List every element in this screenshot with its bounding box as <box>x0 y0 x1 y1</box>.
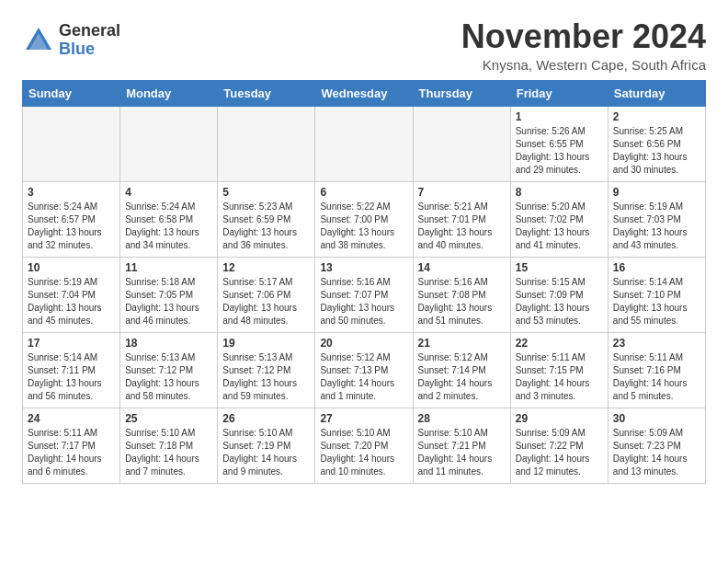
calendar-cell: 8Sunrise: 5:20 AMSunset: 7:02 PMDaylight… <box>510 181 608 257</box>
day-info: Sunrise: 5:19 AMSunset: 7:03 PMDaylight:… <box>613 201 700 252</box>
day-info: Sunrise: 5:10 AMSunset: 7:19 PMDaylight:… <box>222 427 310 478</box>
calendar-cell: 1Sunrise: 5:26 AMSunset: 6:55 PMDaylight… <box>510 106 608 181</box>
day-info: Sunrise: 5:17 AMSunset: 7:06 PMDaylight:… <box>222 276 310 327</box>
day-number: 29 <box>516 412 603 425</box>
day-number: 18 <box>125 337 212 350</box>
logo-general-text: General <box>59 22 120 40</box>
calendar-week-2: 3Sunrise: 5:24 AMSunset: 6:57 PMDaylight… <box>23 181 706 257</box>
day-number: 8 <box>516 186 603 199</box>
day-number: 13 <box>320 261 407 274</box>
title-area: November 2024 Knysna, Western Cape, Sout… <box>461 18 706 73</box>
column-header-wednesday: Wednesday <box>315 80 413 106</box>
calendar-cell: 6Sunrise: 5:22 AMSunset: 7:00 PMDaylight… <box>315 181 413 257</box>
day-info: Sunrise: 5:09 AMSunset: 7:23 PMDaylight:… <box>613 427 700 478</box>
day-info: Sunrise: 5:24 AMSunset: 6:57 PMDaylight:… <box>28 201 115 252</box>
column-header-thursday: Thursday <box>413 80 510 106</box>
day-info: Sunrise: 5:11 AMSunset: 7:16 PMDaylight:… <box>613 351 700 403</box>
calendar-cell: 9Sunrise: 5:19 AMSunset: 7:03 PMDaylight… <box>608 181 705 257</box>
day-info: Sunrise: 5:21 AMSunset: 7:01 PMDaylight:… <box>418 201 506 252</box>
day-info: Sunrise: 5:10 AMSunset: 7:18 PMDaylight:… <box>125 427 212 478</box>
calendar-cell: 17Sunrise: 5:14 AMSunset: 7:11 PMDayligh… <box>23 332 120 408</box>
day-info: Sunrise: 5:15 AMSunset: 7:09 PMDaylight:… <box>516 276 603 327</box>
calendar-table: SundayMondayTuesdayWednesdayThursdayFrid… <box>22 80 706 484</box>
calendar-cell: 28Sunrise: 5:10 AMSunset: 7:21 PMDayligh… <box>413 408 510 483</box>
calendar-week-1: 1Sunrise: 5:26 AMSunset: 6:55 PMDaylight… <box>23 106 706 181</box>
day-number: 2 <box>613 110 700 123</box>
column-header-monday: Monday <box>120 80 218 106</box>
calendar-cell: 21Sunrise: 5:12 AMSunset: 7:14 PMDayligh… <box>413 332 510 408</box>
day-info: Sunrise: 5:16 AMSunset: 7:07 PMDaylight:… <box>320 276 407 327</box>
day-number: 19 <box>222 337 310 350</box>
day-info: Sunrise: 5:13 AMSunset: 7:12 PMDaylight:… <box>125 351 212 403</box>
day-number: 30 <box>613 412 700 425</box>
day-number: 25 <box>125 412 212 425</box>
calendar-header-row: SundayMondayTuesdayWednesdayThursdayFrid… <box>23 80 706 106</box>
location-text: Knysna, Western Cape, South Africa <box>461 57 706 73</box>
day-number: 4 <box>125 186 212 199</box>
calendar-body: 1Sunrise: 5:26 AMSunset: 6:55 PMDaylight… <box>23 106 706 483</box>
day-number: 20 <box>320 337 407 350</box>
calendar-cell: 22Sunrise: 5:11 AMSunset: 7:15 PMDayligh… <box>510 332 608 408</box>
day-number: 15 <box>516 261 603 274</box>
calendar-cell: 24Sunrise: 5:11 AMSunset: 7:17 PMDayligh… <box>23 408 120 483</box>
day-number: 3 <box>28 186 115 199</box>
calendar-cell: 26Sunrise: 5:10 AMSunset: 7:19 PMDayligh… <box>218 408 315 483</box>
column-header-tuesday: Tuesday <box>218 80 315 106</box>
day-info: Sunrise: 5:11 AMSunset: 7:17 PMDaylight:… <box>28 427 115 478</box>
day-number: 1 <box>516 110 603 123</box>
logo-blue-text: Blue <box>59 40 120 59</box>
column-header-saturday: Saturday <box>608 80 705 106</box>
calendar-cell: 2Sunrise: 5:25 AMSunset: 6:56 PMDaylight… <box>608 106 705 181</box>
page-header: General Blue November 2024 Knysna, Weste… <box>22 18 706 73</box>
calendar-cell: 16Sunrise: 5:14 AMSunset: 7:10 PMDayligh… <box>608 257 705 332</box>
day-number: 7 <box>418 186 506 199</box>
calendar-cell: 15Sunrise: 5:15 AMSunset: 7:09 PMDayligh… <box>510 257 608 332</box>
day-number: 24 <box>28 412 115 425</box>
day-number: 22 <box>516 337 603 350</box>
calendar-week-3: 10Sunrise: 5:19 AMSunset: 7:04 PMDayligh… <box>23 257 706 332</box>
column-header-friday: Friday <box>510 80 608 106</box>
calendar-cell: 25Sunrise: 5:10 AMSunset: 7:18 PMDayligh… <box>120 408 218 483</box>
day-number: 16 <box>613 261 700 274</box>
calendar-cell <box>315 106 413 181</box>
calendar-cell: 13Sunrise: 5:16 AMSunset: 7:07 PMDayligh… <box>315 257 413 332</box>
day-number: 11 <box>125 261 212 274</box>
day-info: Sunrise: 5:23 AMSunset: 6:59 PMDaylight:… <box>222 201 310 252</box>
day-number: 9 <box>613 186 700 199</box>
calendar-cell <box>120 106 218 181</box>
day-info: Sunrise: 5:16 AMSunset: 7:08 PMDaylight:… <box>418 276 506 327</box>
day-info: Sunrise: 5:10 AMSunset: 7:21 PMDaylight:… <box>418 427 506 478</box>
day-info: Sunrise: 5:24 AMSunset: 6:58 PMDaylight:… <box>125 201 212 252</box>
day-info: Sunrise: 5:20 AMSunset: 7:02 PMDaylight:… <box>516 201 603 252</box>
calendar-cell: 29Sunrise: 5:09 AMSunset: 7:22 PMDayligh… <box>510 408 608 483</box>
day-number: 28 <box>418 412 506 425</box>
calendar-cell: 5Sunrise: 5:23 AMSunset: 6:59 PMDaylight… <box>218 181 315 257</box>
column-header-sunday: Sunday <box>23 80 120 106</box>
calendar-cell: 30Sunrise: 5:09 AMSunset: 7:23 PMDayligh… <box>608 408 705 483</box>
calendar-cell <box>218 106 315 181</box>
calendar-week-4: 17Sunrise: 5:14 AMSunset: 7:11 PMDayligh… <box>23 332 706 408</box>
calendar-cell: 4Sunrise: 5:24 AMSunset: 6:58 PMDaylight… <box>120 181 218 257</box>
calendar-week-5: 24Sunrise: 5:11 AMSunset: 7:17 PMDayligh… <box>23 408 706 483</box>
day-number: 17 <box>28 337 115 350</box>
calendar-cell: 12Sunrise: 5:17 AMSunset: 7:06 PMDayligh… <box>218 257 315 332</box>
day-info: Sunrise: 5:10 AMSunset: 7:20 PMDaylight:… <box>320 427 407 478</box>
calendar-cell: 11Sunrise: 5:18 AMSunset: 7:05 PMDayligh… <box>120 257 218 332</box>
day-info: Sunrise: 5:12 AMSunset: 7:13 PMDaylight:… <box>320 351 407 403</box>
calendar-cell: 20Sunrise: 5:12 AMSunset: 7:13 PMDayligh… <box>315 332 413 408</box>
day-info: Sunrise: 5:09 AMSunset: 7:22 PMDaylight:… <box>516 427 603 478</box>
month-title: November 2024 <box>461 18 706 55</box>
day-number: 12 <box>222 261 310 274</box>
calendar-cell: 18Sunrise: 5:13 AMSunset: 7:12 PMDayligh… <box>120 332 218 408</box>
day-number: 14 <box>418 261 506 274</box>
day-number: 26 <box>222 412 310 425</box>
day-info: Sunrise: 5:22 AMSunset: 7:00 PMDaylight:… <box>320 201 407 252</box>
day-info: Sunrise: 5:14 AMSunset: 7:10 PMDaylight:… <box>613 276 700 327</box>
day-number: 6 <box>320 186 407 199</box>
calendar-cell: 7Sunrise: 5:21 AMSunset: 7:01 PMDaylight… <box>413 181 510 257</box>
day-number: 21 <box>418 337 506 350</box>
day-info: Sunrise: 5:12 AMSunset: 7:14 PMDaylight:… <box>418 351 506 403</box>
day-number: 5 <box>222 186 310 199</box>
logo: General Blue <box>22 22 120 59</box>
day-number: 23 <box>613 337 700 350</box>
